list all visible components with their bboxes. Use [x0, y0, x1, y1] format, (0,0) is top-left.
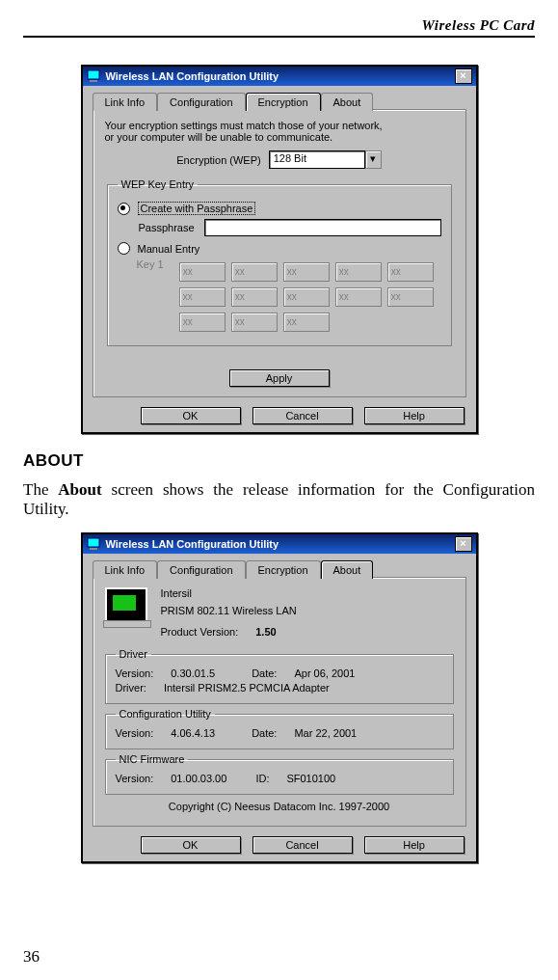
vendor-name: Intersil — [161, 587, 297, 599]
driver-date-value: Apr 06, 2001 — [294, 667, 355, 679]
page-number: 36 — [23, 947, 40, 966]
nic-firmware-group: NIC Firmware Version: 01.00.03.00 ID: SF… — [105, 753, 454, 795]
about-text-bold: About — [58, 480, 101, 499]
tab-link-info[interactable]: Link Info — [93, 93, 158, 111]
about-heading: ABOUT — [23, 451, 535, 471]
tab-strip: Link Info Configuration Encryption About — [93, 92, 466, 110]
ok-button[interactable]: OK — [141, 836, 241, 854]
tab-link-info[interactable]: Link Info — [93, 560, 158, 579]
key-cell[interactable]: xx — [179, 313, 226, 332]
close-icon[interactable]: × — [455, 536, 472, 552]
tab-configuration[interactable]: Configuration — [157, 93, 245, 111]
driver-group: Driver Version: 0.30.01.5 Date: Apr 06, … — [105, 648, 454, 704]
nic-version-value: 01.00.03.00 — [171, 773, 226, 784]
passphrase-label: Passphrase — [139, 222, 195, 233]
radio-manual-entry-label: Manual Entry — [138, 243, 200, 255]
key-cell[interactable]: xx — [335, 287, 382, 307]
radio-create-passphrase-label: Create with Passphrase — [138, 202, 256, 215]
running-header: Wireless PC Card — [23, 17, 535, 34]
titlebar: Wireless LAN Configuration Utility × — [83, 534, 476, 554]
app-icon — [87, 537, 100, 551]
copyright-text: Copyright (C) Neesus Datacom Inc. 1997-2… — [105, 801, 454, 812]
cfgutil-date-label: Date: — [252, 727, 277, 739]
key-cell[interactable]: xx — [179, 262, 226, 282]
driver-version-label: Version: — [116, 667, 154, 679]
nic-firmware-legend: NIC Firmware — [116, 753, 189, 765]
config-utility-legend: Configuration Utility — [116, 708, 215, 720]
tab-configuration[interactable]: Configuration — [157, 560, 245, 579]
monitor-icon — [105, 587, 147, 624]
app-icon — [87, 69, 100, 83]
cfgutil-version-value: 4.06.4.13 — [171, 727, 215, 739]
wep-group-legend: WEP Key Entry — [118, 178, 199, 190]
key1-label: Key 1 — [137, 259, 164, 270]
radio-manual-entry[interactable] — [118, 242, 130, 255]
driver-date-label: Date: — [252, 667, 277, 679]
help-button[interactable]: Help — [364, 836, 465, 854]
product-name: PRISM 802.11 Wireless LAN — [161, 605, 297, 616]
about-text-prefix: The — [23, 480, 58, 499]
config-utility-group: Configuration Utility Version: 4.06.4.13… — [105, 708, 454, 749]
tab-panel: Intersil PRISM 802.11 Wireless LAN Produ… — [93, 577, 466, 827]
apply-button[interactable]: Apply — [229, 369, 330, 387]
cancel-button[interactable]: Cancel — [252, 407, 353, 424]
key-hex-grid: xx xx xx xx xx xx xx xx xx xx xx xx — [179, 262, 434, 332]
driver-name-value: Intersil PRISM2.5 PCMCIA Adapter — [164, 682, 330, 694]
close-icon[interactable]: × — [455, 68, 472, 84]
key-cell[interactable]: xx — [283, 262, 330, 282]
cancel-button[interactable]: Cancel — [252, 836, 353, 854]
chevron-down-icon[interactable]: ▾ — [365, 150, 382, 169]
key-cell[interactable]: xx — [387, 287, 434, 307]
tab-encryption[interactable]: Encryption — [246, 93, 321, 111]
about-paragraph: The About screen shows the release infor… — [23, 480, 535, 519]
encryption-label: Encryption (WEP) — [176, 154, 260, 166]
product-icon — [105, 587, 147, 624]
key-cell[interactable]: xx — [387, 262, 434, 282]
key-cell[interactable]: xx — [179, 287, 226, 307]
window-title: Wireless LAN Configuration Utility — [106, 538, 279, 550]
help-button[interactable]: Help — [364, 407, 465, 424]
product-version-label: Product Version: — [161, 626, 239, 638]
nic-id-label: ID: — [255, 773, 269, 784]
tab-strip: Link Info Configuration Encryption About — [93, 559, 466, 578]
wep-key-entry-group: WEP Key Entry Create with Passphrase Pas… — [107, 178, 452, 346]
tab-about[interactable]: About — [321, 93, 374, 111]
radio-create-passphrase[interactable] — [118, 203, 130, 215]
note-line-2: or your computer will be unable to commu… — [105, 131, 454, 143]
note-line-1: Your encryption settings must match thos… — [105, 120, 454, 131]
header-rule — [23, 36, 535, 38]
ok-button[interactable]: OK — [141, 407, 241, 424]
svg-rect-2 — [88, 538, 99, 547]
svg-rect-0 — [88, 70, 99, 79]
key-cell[interactable]: xx — [231, 262, 278, 282]
encryption-value: 128 Bit — [269, 150, 365, 169]
nic-id-value: SF010100 — [286, 773, 335, 784]
cfgutil-version-label: Version: — [116, 727, 154, 739]
cfgutil-date-value: Mar 22, 2001 — [294, 727, 357, 739]
key-cell[interactable]: xx — [231, 313, 278, 332]
passphrase-input[interactable] — [204, 219, 441, 236]
window-title: Wireless LAN Configuration Utility — [106, 70, 279, 82]
key-cell[interactable]: xx — [231, 287, 278, 307]
driver-version-value: 0.30.01.5 — [171, 667, 215, 679]
encryption-dialog: Wireless LAN Configuration Utility × Lin… — [81, 65, 478, 434]
nic-version-label: Version: — [116, 773, 154, 784]
about-dialog: Wireless LAN Configuration Utility × Lin… — [81, 532, 478, 863]
tab-about[interactable]: About — [321, 560, 374, 579]
key-cell[interactable]: xx — [283, 313, 330, 332]
product-version-value: 1.50 — [255, 626, 276, 638]
driver-name-label: Driver: — [116, 682, 146, 694]
key-cell[interactable]: xx — [283, 287, 330, 307]
key-cell[interactable]: xx — [335, 262, 382, 282]
tab-panel: Your encryption settings must match thos… — [93, 109, 466, 397]
titlebar: Wireless LAN Configuration Utility × — [83, 67, 476, 86]
svg-rect-1 — [90, 80, 97, 82]
tab-encryption[interactable]: Encryption — [246, 560, 321, 579]
driver-legend: Driver — [116, 648, 151, 660]
encryption-combo[interactable]: 128 Bit ▾ — [269, 150, 382, 169]
svg-rect-3 — [90, 548, 97, 550]
